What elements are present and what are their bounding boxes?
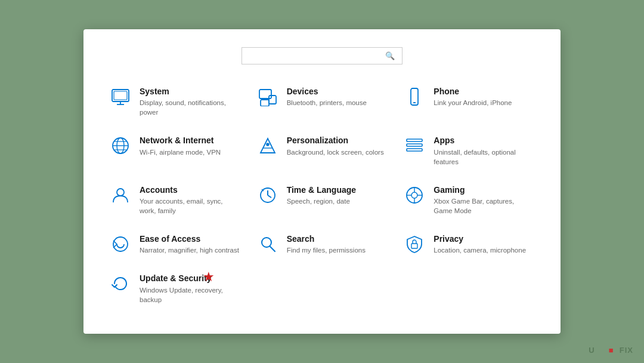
svg-rect-5 bbox=[269, 96, 276, 104]
settings-item-update[interactable]: Update & Security Windows Update, recove… bbox=[107, 269, 243, 307]
svg-rect-4 bbox=[259, 90, 271, 99]
apps-icon bbox=[404, 136, 425, 155]
settings-item-accounts[interactable]: Accounts Your accounts, email, sync, wor… bbox=[107, 181, 243, 219]
svg-rect-16 bbox=[407, 139, 422, 141]
devices-icon bbox=[257, 87, 278, 106]
item-subtitle-privacy: Location, camera, microphone bbox=[434, 245, 526, 255]
settings-item-privacy[interactable]: Privacy Location, camera, microphone bbox=[401, 230, 537, 259]
search-bar-container: 🔍 bbox=[107, 47, 537, 64]
item-title-ease: Ease of Access bbox=[140, 233, 239, 244]
settings-item-time[interactable]: Time & Language Speech, region, date bbox=[255, 181, 390, 219]
settings-grid: System Display, sound, notifications, po… bbox=[107, 82, 537, 308]
item-title-apps: Apps bbox=[434, 135, 534, 146]
watermark-text: U ■ FIX bbox=[589, 346, 633, 355]
item-title-privacy: Privacy bbox=[434, 233, 526, 244]
svg-line-22 bbox=[268, 195, 271, 198]
svg-point-15 bbox=[267, 143, 269, 146]
search-input[interactable] bbox=[249, 51, 382, 60]
item-subtitle-search: Find my files, permissions bbox=[287, 245, 366, 255]
settings-item-apps[interactable]: Apps Uninstall, defaults, optional featu… bbox=[401, 131, 537, 170]
item-subtitle-time: Speech, region, date bbox=[287, 196, 356, 206]
svg-rect-17 bbox=[407, 144, 422, 146]
item-title-gaming: Gaming bbox=[434, 184, 534, 195]
item-subtitle-personalization: Background, lock screen, colors bbox=[287, 147, 384, 157]
settings-item-network[interactable]: Network & Internet Wi-Fi, airplane mode,… bbox=[107, 131, 243, 170]
accounts-icon bbox=[110, 186, 131, 205]
item-subtitle-accounts: Your accounts, email, sync, work, family bbox=[140, 196, 240, 216]
network-icon bbox=[110, 136, 131, 155]
item-title-phone: Phone bbox=[434, 86, 512, 97]
item-title-time: Time & Language bbox=[287, 184, 356, 195]
svg-rect-32 bbox=[411, 244, 417, 248]
privacy-icon bbox=[404, 235, 425, 254]
settings-item-phone[interactable]: Phone Link your Android, iPhone bbox=[401, 82, 537, 121]
svg-rect-6 bbox=[261, 100, 269, 106]
update-icon bbox=[110, 274, 131, 293]
item-title-search: Search bbox=[287, 233, 366, 244]
settings-item-personalization[interactable]: Personalization Background, lock screen,… bbox=[255, 131, 390, 170]
item-subtitle-system: Display, sound, notifications, power bbox=[140, 98, 240, 117]
item-subtitle-update: Windows Update, recovery, backup bbox=[140, 285, 240, 304]
settings-window: 🔍 System Display, sound, notifications, … bbox=[83, 29, 561, 334]
item-subtitle-network: Wi-Fi, airplane mode, VPN bbox=[140, 147, 221, 157]
item-subtitle-gaming: Xbox Game Bar, captures, Game Mode bbox=[434, 196, 534, 216]
monitor-icon bbox=[110, 87, 131, 106]
settings-item-gaming[interactable]: Gaming Xbox Game Bar, captures, Game Mod… bbox=[401, 181, 537, 219]
item-title-devices: Devices bbox=[287, 86, 367, 97]
search-icon: 🔍 bbox=[385, 51, 395, 60]
time-icon bbox=[257, 186, 278, 205]
svg-rect-18 bbox=[407, 149, 422, 151]
search-icon bbox=[257, 235, 278, 254]
item-title-personalization: Personalization bbox=[287, 135, 384, 146]
search-bar[interactable]: 🔍 bbox=[242, 47, 402, 64]
svg-point-19 bbox=[117, 189, 124, 196]
svg-point-24 bbox=[411, 192, 417, 198]
svg-line-31 bbox=[270, 247, 275, 251]
settings-item-system[interactable]: System Display, sound, notifications, po… bbox=[107, 82, 243, 121]
item-title-accounts: Accounts bbox=[140, 184, 240, 195]
item-title-system: System bbox=[140, 86, 240, 97]
svg-point-29 bbox=[113, 237, 128, 251]
item-subtitle-phone: Link your Android, iPhone bbox=[434, 98, 512, 107]
item-subtitle-devices: Bluetooth, printers, mouse bbox=[287, 98, 367, 107]
item-subtitle-apps: Uninstall, defaults, optional features bbox=[434, 147, 534, 167]
svg-rect-3 bbox=[114, 91, 127, 100]
personalization-icon bbox=[257, 136, 278, 155]
svg-point-30 bbox=[262, 238, 271, 247]
ease-icon bbox=[110, 235, 131, 254]
settings-item-ease[interactable]: Ease of Access Narrator, magnifier, high… bbox=[107, 230, 243, 259]
phone-icon bbox=[404, 87, 425, 106]
item-title-update: Update & Security bbox=[140, 273, 240, 284]
settings-item-devices[interactable]: Devices Bluetooth, printers, mouse bbox=[255, 82, 390, 121]
item-subtitle-ease: Narrator, magnifier, high contrast bbox=[140, 245, 239, 255]
item-title-network: Network & Internet bbox=[140, 135, 221, 146]
settings-item-search[interactable]: Search Find my files, permissions bbox=[255, 230, 390, 259]
gaming-icon bbox=[404, 186, 425, 205]
